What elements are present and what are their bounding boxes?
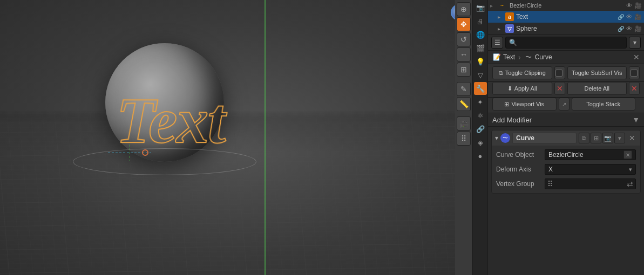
curve-mod-copy-btn[interactable]: ⧉ [579,133,589,143]
grid-snap-btn[interactable]: ⠿ [457,132,471,146]
apply-all-icon: ⬇ [507,85,512,92]
curve-mod-dropdown-btn[interactable]: ▾ [614,133,625,143]
material-tab[interactable]: ● [474,149,487,162]
world-tab[interactable]: 💡 [474,55,487,68]
modifier-utility-buttons-row2: ⬇ Apply All ✕ Delete All ✕ [488,82,644,98]
breadcrumb-curve-label: Curve [535,53,552,61]
render-tab[interactable]: 📷 [474,1,487,14]
modifier-utility-buttons-row3: ⊞ Viewport Vis ↗ Toggle Stack [488,98,644,113]
viewport-vis-btn[interactable]: ⊞ Viewport Vis [492,98,557,111]
curve-modifier-card: ▾ 〜 Curve ⧉ ⊞ 📷 ▾ ✕ Curve Object [491,130,641,194]
beziercircle-eye-icon[interactable]: 👁 [626,2,632,9]
curve-modifier-name: Curve [512,133,577,143]
curve-modifier-body: Curve Object BezierCircle ✕ Deform Axis … [492,146,640,193]
vertex-group-value[interactable]: ⠿ ⇄ [545,178,636,189]
camera-add-btn[interactable]: 🎥 [457,116,471,130]
add-modifier-dropdown-icon[interactable]: ▼ [632,115,640,124]
viewport-vis-icon: ⊞ [504,101,509,108]
props-settings-btn[interactable]: ▾ [629,37,641,49]
toggle-stack-btn[interactable]: Toggle Stack [572,98,636,111]
data-tab[interactable]: ◈ [474,136,487,149]
curve-mod-move-btn[interactable]: ⊞ [591,133,601,143]
sphere-expand-icon: ▸ [498,26,505,32]
curve-mod-actions: ⧉ ⊞ 📷 ▾ [579,133,625,143]
object-tab[interactable]: ▽ [474,68,487,81]
apply-all-x[interactable]: ✕ [554,82,565,95]
sphere-link-icon: 🔗 [618,26,624,32]
props-menu-btn[interactable]: ☰ [491,37,503,49]
sphere-type-icon: ▽ [505,24,514,33]
deform-axis-label: Deform Axis [496,166,545,173]
sphere-eye-icon[interactable]: 👁 [626,25,632,32]
subsurf-checkbox-icon [631,70,638,77]
viewport-vis-label: Viewport Vis [511,101,544,107]
annotate-tool-btn[interactable]: ✎ [457,82,471,96]
output-tab[interactable]: 🖨 [474,15,487,28]
grid-floor [0,110,472,275]
outliner-header-item: ▸ ~ BezierCircle 👁 🎥 [488,0,644,11]
curve-object-value[interactable]: BezierCircle ✕ [545,149,636,160]
outliner-item-text[interactable]: ▸ a Text 🔗 👁 🎥 [488,11,644,23]
beziercircle-cam-icon[interactable]: 🎥 [634,2,642,9]
toggle-clipping-checkbox[interactable] [554,66,565,79]
curve-object-clear-btn[interactable]: ✕ [623,150,632,159]
delete-all-x[interactable]: ✕ [629,82,640,95]
right-panel: 📷 🖨 🌐 🎬 💡 ▽ 🔧 ✦ ⚛ 🔗 ◈ ● ▸ ~ BezierCircle… [472,0,644,275]
breadcrumb-curve[interactable]: 〜 Curve [524,53,552,61]
clipping-checkbox-icon [555,70,562,77]
breadcrumb-close-btn[interactable]: ✕ [633,53,640,61]
curve-object-field: Curve Object BezierCircle ✕ [496,149,636,161]
sphere-cam-icon[interactable]: 🎥 [634,25,642,32]
toggle-stack-label: Toggle Stack [586,101,620,107]
curve-mod-expand-btn[interactable]: ▾ [495,134,498,142]
curve-mod-cam-btn[interactable]: 📷 [602,133,613,143]
toggle-subsurf-label: Toggle SubSurf Vis [572,70,622,76]
vertex-group-label: Vertex Group [496,180,545,188]
particles-tab[interactable]: ✦ [474,95,487,108]
deform-axis-field: Deform Axis X ▾ [496,163,636,175]
transform-tool-btn[interactable]: ⊞ [457,63,471,77]
breadcrumb-text-label: Text [503,53,515,61]
beziercircle-icon: ~ [498,1,506,10]
text-cam-icon[interactable]: 🎥 [634,13,642,20]
curve-modifier-header: ▾ 〜 Curve ⧉ ⊞ 📷 ▾ ✕ [492,130,640,146]
rotate-tool-btn[interactable]: ↺ [457,32,471,46]
deform-axis-value[interactable]: X ▾ [545,164,636,175]
deform-axis-value-text: X [548,166,553,173]
move-tool-btn[interactable]: ✥ [457,17,471,31]
scene-tab[interactable]: 🎬 [474,42,487,54]
curve-mod-close-btn[interactable]: ✕ [627,133,637,143]
viewport-vis-arrow[interactable]: ↗ [559,98,570,111]
measure-tool-btn[interactable]: 📏 [457,97,471,111]
vertex-group-grid-icon: ⠿ [547,180,553,188]
deform-axis-dropdown-icon: ▾ [629,166,632,173]
apply-all-btn[interactable]: ⬇ Apply All [492,82,552,95]
toggle-subsurf-checkbox[interactable] [629,66,640,79]
outliner-item-sphere[interactable]: ▸ ▽ Sphere 🔗 👁 🎥 [488,23,644,35]
scale-tool-btn[interactable]: ↔ [457,47,471,61]
search-input[interactable] [505,37,627,49]
add-modifier-row[interactable]: Add Modifier ▼ [488,113,644,127]
modifier-tab[interactable]: 🔧 [474,82,487,95]
toggle-clipping-label: Toggle Clipping [505,70,546,76]
curve-mod-type-icon: 〜 [500,133,510,143]
breadcrumb-separator: › [518,53,521,61]
delete-all-btn[interactable]: Delete All [567,82,627,95]
cursor-tool-btn[interactable]: ⊕ [457,2,471,16]
outliner: ▸ ~ BezierCircle 👁 🎥 ▸ a Text 🔗 👁 🎥 ▸ ▽ [488,0,644,35]
props-breadcrumb: 📝 Text › 〜 Curve ✕ [488,51,644,64]
physics-tab[interactable]: ⚛ [474,109,487,122]
text-object-3d: Text [115,84,225,159]
apply-all-label: Apply All [514,85,537,92]
constraints-tab[interactable]: 🔗 [474,122,487,135]
toggle-clipping-btn[interactable]: ⧉ Toggle Clipping [492,66,552,79]
viewport[interactable]: Text ⊕ ✥ ↺ ↔ ⊞ ✎ 📏 🎥 ⠿ [0,0,472,275]
text-eye-icon[interactable]: 👁 [626,13,632,20]
add-modifier-label: Add Modifier [492,116,532,124]
vertex-group-swap-btn[interactable]: ⇄ [627,180,633,188]
breadcrumb-text[interactable]: 📝 Text [492,53,515,61]
view-layer-tab[interactable]: 🌐 [474,28,487,41]
vertex-group-field: Vertex Group ⠿ ⇄ [496,178,636,190]
toggle-subsurf-btn[interactable]: Toggle SubSurf Vis [567,66,627,79]
curve-object-value-text: BezierCircle [548,151,584,159]
